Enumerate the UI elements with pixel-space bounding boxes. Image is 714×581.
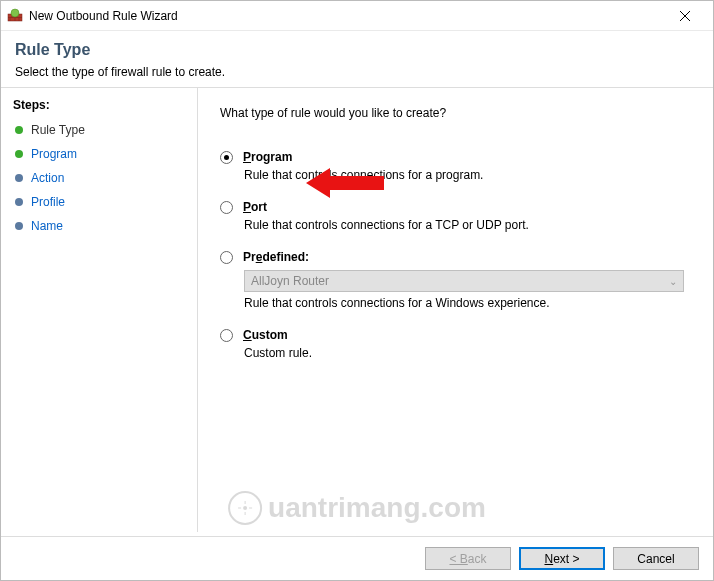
radio-program[interactable]	[220, 151, 233, 164]
page-subtitle: Select the type of firewall rule to crea…	[15, 65, 699, 79]
option-custom-label[interactable]: Custom	[243, 328, 288, 342]
option-custom-desc: Custom rule.	[244, 346, 691, 360]
main-panel: What type of rule would you like to crea…	[197, 88, 713, 532]
step-name[interactable]: Name	[13, 214, 187, 238]
step-label: Action	[31, 171, 64, 185]
option-predefined-label[interactable]: Predefined:	[243, 250, 309, 264]
predefined-dropdown[interactable]: AllJoyn Router ⌄	[244, 270, 684, 292]
close-button[interactable]	[665, 1, 705, 30]
option-port-desc: Rule that controls connections for a TCP…	[244, 218, 691, 232]
page-title: Rule Type	[15, 41, 699, 59]
next-button[interactable]: Next >	[519, 547, 605, 570]
option-predefined-desc: Rule that controls connections for a Win…	[244, 296, 691, 310]
step-profile[interactable]: Profile	[13, 190, 187, 214]
radio-custom[interactable]	[220, 329, 233, 342]
content-area: Steps: Rule Type Program Action Profile …	[1, 88, 713, 532]
option-program: Program Rule that controls connections f…	[220, 150, 691, 182]
radio-predefined[interactable]	[220, 251, 233, 264]
option-port: Port Rule that controls connections for …	[220, 200, 691, 232]
button-bar: < Back Next > Cancel	[1, 536, 713, 580]
radio-port[interactable]	[220, 201, 233, 214]
step-label: Profile	[31, 195, 65, 209]
steps-heading: Steps:	[13, 98, 187, 112]
cancel-button[interactable]: Cancel	[613, 547, 699, 570]
wizard-header: Rule Type Select the type of firewall ru…	[1, 31, 713, 87]
chevron-down-icon: ⌄	[669, 276, 677, 287]
step-label: Name	[31, 219, 63, 233]
step-program[interactable]: Program	[13, 142, 187, 166]
option-program-label[interactable]: Program	[243, 150, 292, 164]
option-custom: Custom Custom rule.	[220, 328, 691, 360]
bullet-icon	[15, 198, 23, 206]
question-text: What type of rule would you like to crea…	[220, 106, 691, 120]
option-port-label[interactable]: Port	[243, 200, 267, 214]
close-icon	[680, 11, 690, 21]
step-rule-type[interactable]: Rule Type	[13, 118, 187, 142]
bullet-icon	[15, 126, 23, 134]
bullet-icon	[15, 174, 23, 182]
option-predefined: Predefined: AllJoyn Router ⌄ Rule that c…	[220, 250, 691, 310]
step-label: Program	[31, 147, 77, 161]
bullet-icon	[15, 222, 23, 230]
dropdown-value: AllJoyn Router	[251, 274, 329, 288]
steps-list: Rule Type Program Action Profile Name	[13, 118, 187, 238]
option-program-desc: Rule that controls connections for a pro…	[244, 168, 691, 182]
back-button: < Back	[425, 547, 511, 570]
bullet-icon	[15, 150, 23, 158]
firewall-icon	[7, 8, 23, 24]
titlebar: New Outbound Rule Wizard	[1, 1, 713, 31]
step-label: Rule Type	[31, 123, 85, 137]
step-action[interactable]: Action	[13, 166, 187, 190]
window-title: New Outbound Rule Wizard	[29, 9, 178, 23]
steps-sidebar: Steps: Rule Type Program Action Profile …	[1, 88, 197, 532]
